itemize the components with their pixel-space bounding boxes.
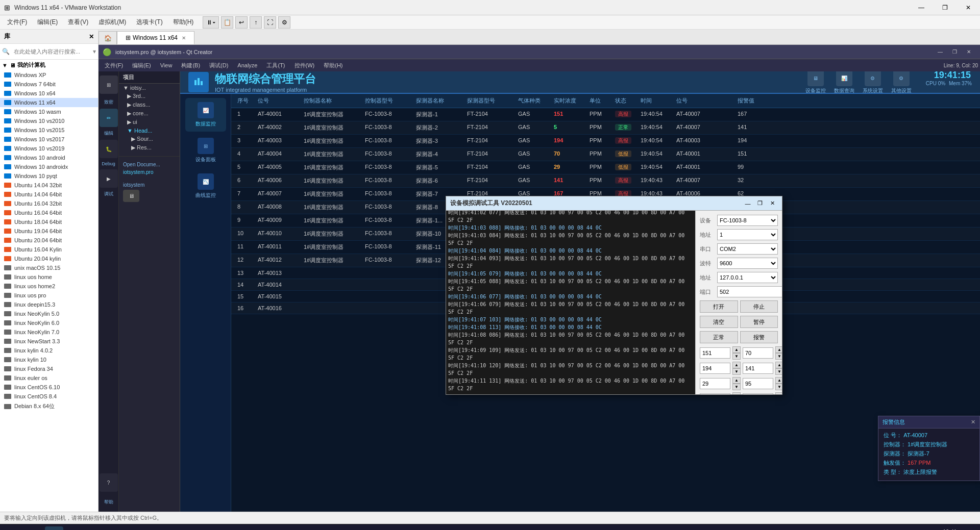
qt-run-label[interactable]: 调试 [102, 189, 115, 199]
vm-list-item[interactable]: unix macOS 10.15 [0, 263, 98, 272]
report-close-btn[interactable]: ✕ [971, 419, 975, 425]
vmware-menu-vm[interactable]: 虚拟机(M) [93, 16, 131, 29]
debug-alarm-btn[interactable]: 报警 [740, 331, 778, 343]
qt-help-btn[interactable]: ? [100, 473, 118, 492]
vm-list-item[interactable]: linux kylin 4.0.2 [0, 346, 98, 355]
qt-menu-tools[interactable]: 工具(T) [262, 61, 289, 70]
vm-list-item[interactable]: linux NewStart 3.3 [0, 337, 98, 346]
vmware-menu-help[interactable]: 帮助(H) [168, 16, 199, 29]
vm-list-item[interactable]: Windows 7 64bit [0, 80, 98, 89]
vm-list-item[interactable]: linux Fedora 34 [0, 364, 98, 373]
debug-val2-up[interactable]: ▲ [775, 346, 782, 353]
qt-tree-res[interactable]: ▶ Res... [119, 143, 180, 152]
qt-menu-view[interactable]: View [156, 61, 177, 69]
qt-menu-controls[interactable]: 控件(W) [290, 61, 319, 70]
debug-restore-btn[interactable]: ❐ [754, 198, 766, 209]
win11-tab-close[interactable]: ✕ [182, 35, 186, 41]
qt-menu-file[interactable]: 文件(F) [101, 61, 127, 70]
table-row[interactable]: 4 AT-40004 1#调度室控制器 FC-1003-8 探测器-4 FT-2… [231, 148, 980, 161]
qt-vm-icon[interactable]: 🖥 [123, 190, 139, 202]
vm-list-item[interactable]: Windows 10 vs2019 [0, 144, 98, 153]
qt-tree-ui[interactable]: ▶ ui [119, 118, 180, 127]
debug-clear-btn[interactable]: 清空 [700, 316, 738, 328]
qt-welcome-btn[interactable]: ⊞ [100, 75, 118, 94]
vm-tree-root[interactable]: ▼ 🖥 我的计算机 [0, 60, 98, 70]
qt-debug-label[interactable]: Debug [100, 159, 117, 168]
home-tab[interactable]: 🏠 [99, 31, 117, 44]
qt-menu-edit[interactable]: 编辑(E) [128, 61, 155, 70]
qt-tree-core[interactable]: ▶ core... [119, 109, 180, 118]
debug-stop-btn[interactable]: 停止 [740, 300, 778, 313]
qt-edit-label[interactable]: 编辑 [102, 128, 115, 139]
vm-list-item[interactable]: Ubuntu 16.04 32bit [0, 199, 98, 208]
qt-restore-btn[interactable]: ❐ [947, 46, 962, 58]
sidebar-close-btn[interactable]: ✕ [89, 33, 94, 40]
qt-debug-btn[interactable]: 🐛 [100, 140, 118, 158]
revert-btn[interactable]: ↩ [235, 16, 248, 29]
app4-taskbar-btn[interactable]: ⊞ [65, 526, 84, 531]
qt-dense-label[interactable]: 致密 [102, 97, 115, 108]
qt-tree-sour[interactable]: ▶ Sour... [119, 135, 180, 143]
vm-list-item[interactable]: Windows 11 x64 [0, 98, 98, 107]
debug-val1-up[interactable]: ▲ [732, 346, 741, 353]
vm-list-item[interactable]: Windows 10 wasm [0, 107, 98, 116]
debug-val3-input[interactable] [700, 363, 730, 374]
debug-tcp-input[interactable] [717, 286, 782, 297]
qt-menu-debug[interactable]: 调试(D) [205, 61, 232, 70]
qt-edit-btn[interactable]: ✏ [100, 109, 118, 127]
qt-menu-help[interactable]: 帮助(H) [320, 61, 347, 70]
debug-val2-input[interactable] [743, 347, 773, 359]
vm-list-item[interactable]: Windows 10 pyqt [0, 171, 98, 181]
iot-leftnav-device-panel[interactable]: ⊞ 设备面板 [185, 134, 226, 167]
qt-taskbar-btn[interactable]: Q [45, 526, 63, 531]
qt-menu-build[interactable]: 构建(B) [177, 61, 204, 70]
debug-val7-input[interactable] [700, 393, 730, 394]
debug-val5-input[interactable] [700, 378, 730, 389]
vm-list-item[interactable]: Ubuntu 19.04 64bit [0, 226, 98, 236]
iot-leftnav-data-monitor[interactable]: 📈 数据监控 [185, 98, 226, 132]
vmware-close-btn[interactable]: ✕ [957, 0, 980, 15]
debug-ip-select[interactable]: 127.0.0.1 [717, 272, 778, 283]
iot-nav-other-settings[interactable]: ⚙ 其他设置 [891, 71, 912, 94]
vmware-restore-btn[interactable]: ❐ [933, 0, 957, 15]
debug-addr-select[interactable]: 1 [717, 229, 778, 240]
vm-list-item[interactable]: Windows 10 androidx [0, 162, 98, 171]
debug-val4-input[interactable] [743, 363, 773, 374]
vm-list-item[interactable]: linux uos pro [0, 291, 98, 300]
vm-list-item[interactable]: Windows 10 vs2017 [0, 135, 98, 144]
vmware-menu-file[interactable]: 文件(F) [2, 16, 32, 29]
debug-val2-down[interactable]: ▼ [775, 353, 782, 360]
vm-list-item[interactable]: Debian 8.x 64位 [0, 401, 98, 412]
vm-list-item[interactable]: linux NeoKylin 6.0 [0, 318, 98, 327]
vm-list-item[interactable]: linux CentOS 8.4 [0, 392, 98, 401]
iot-nav-data-query[interactable]: 📊 数据查询 [834, 71, 854, 94]
debug-normal-btn[interactable]: 正常 [700, 331, 738, 343]
iot-leftnav-curve-monitor[interactable]: 📉 曲线监控 [185, 169, 226, 203]
debug-val3-up[interactable]: ▲ [732, 362, 741, 368]
vm-settings-btn[interactable]: ⚙ [278, 16, 290, 29]
qt-close-btn[interactable]: ✕ [962, 46, 976, 58]
vmware-menu-edit[interactable]: 编辑(E) [32, 16, 63, 29]
debug-val6-input[interactable] [743, 378, 773, 389]
table-row[interactable]: 6 AT-40006 1#调度室控制器 FC-1003-8 探测器-6 FT-2… [231, 174, 980, 188]
vm-list-item[interactable]: Ubuntu 18.04 64bit [0, 217, 98, 226]
qt-run-btn[interactable]: ▶ [100, 169, 118, 188]
iot-nav-device-monitor[interactable]: 🖥 设备监控 [805, 71, 826, 94]
debug-close-btn[interactable]: ✕ [767, 198, 778, 209]
debug-val4-down[interactable]: ▼ [775, 368, 782, 375]
table-row[interactable]: 1 AT-40001 1#调度室控制器 FC-1003-8 探测器-1 FT-2… [231, 108, 980, 121]
table-row[interactable]: 2 AT-40002 1#调度室控制器 FC-1003-8 探测器-2 FT-2… [231, 121, 980, 135]
debug-val7-up[interactable]: ▲ [732, 392, 741, 394]
iot-nav-sys-settings[interactable]: ⚙ 系统设置 [863, 71, 883, 94]
vm-list-item[interactable]: Ubuntu 20.04 64bit [0, 236, 98, 245]
vm-list-item[interactable]: linux kylin 10 [0, 355, 98, 364]
search-input[interactable] [12, 46, 93, 57]
qt-minimize-btn[interactable]: — [933, 46, 947, 58]
qt-tree-head[interactable]: ▼ Head... [119, 127, 180, 135]
vm-list-item[interactable]: linux deepin15.3 [0, 300, 98, 309]
vm-list-item[interactable]: Windows 10 android [0, 153, 98, 162]
debug-port-select[interactable]: COM2 [717, 243, 778, 255]
vm-list-item[interactable]: Windows 10 vs2015 [0, 125, 98, 135]
vm-list-item[interactable]: linux uos home [0, 272, 98, 282]
qt-help-label[interactable]: 帮助 [102, 497, 115, 508]
